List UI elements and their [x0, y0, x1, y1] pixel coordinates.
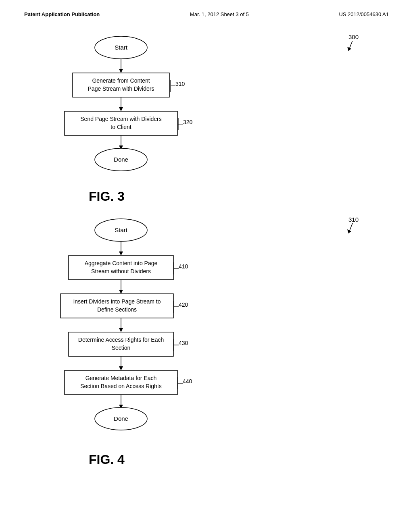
- fig4-wrapper: 310 Start Aggregate Content into Page St…: [32, 212, 381, 467]
- fig3-label: FIG. 3: [89, 189, 381, 204]
- fig4-ref-label: 310: [348, 216, 359, 223]
- fig4-label: FIG. 4: [89, 452, 381, 467]
- fig3-wrapper: 300 Start Generate from Content Page Str…: [32, 29, 381, 204]
- svg-text:Page Stream with Dividers: Page Stream with Dividers: [88, 85, 154, 92]
- svg-text:Start: Start: [115, 44, 128, 51]
- svg-marker-1: [347, 47, 351, 51]
- svg-marker-53: [119, 366, 123, 370]
- svg-text:Aggregate Content into Page: Aggregate Content into Page: [85, 260, 158, 266]
- svg-text:Determine Access Rights for Ea: Determine Access Rights for Each: [78, 337, 164, 343]
- svg-text:Start: Start: [115, 227, 128, 233]
- svg-rect-46: [69, 332, 173, 356]
- svg-text:to Client: to Client: [111, 124, 131, 130]
- page-header: Patent Application Publication Mar. 1, 2…: [0, 0, 413, 17]
- svg-rect-54: [65, 370, 177, 395]
- svg-rect-38: [60, 294, 173, 318]
- fig4-ref: 310: [346, 216, 359, 237]
- fig3-ref-label: 300: [348, 33, 359, 40]
- svg-text:Send Page Stream with Dividers: Send Page Stream with Dividers: [80, 116, 162, 122]
- svg-text:Insert Dividers into Page Stre: Insert Dividers into Page Stream to: [73, 298, 161, 305]
- svg-text:Done: Done: [114, 415, 128, 422]
- header-right: US 2012/0054630 A1: [339, 11, 389, 17]
- fig3-ref: 300: [346, 33, 359, 54]
- fig3-ref-arrow: [346, 41, 359, 53]
- svg-text:320: 320: [183, 119, 193, 125]
- fig3-flowchart: Start Generate from Content Page Stream …: [32, 29, 274, 183]
- svg-text:440: 440: [183, 378, 192, 384]
- svg-marker-13: [119, 107, 123, 111]
- svg-marker-37: [119, 290, 123, 294]
- svg-rect-30: [69, 256, 173, 280]
- header-left: Patent Application Publication: [24, 11, 100, 17]
- fig4-flowchart: Start Aggregate Content into Page Stream…: [32, 212, 274, 446]
- svg-rect-14: [65, 111, 177, 135]
- svg-text:410: 410: [179, 263, 188, 270]
- svg-text:310: 310: [175, 81, 185, 87]
- svg-text:Section: Section: [112, 345, 131, 351]
- svg-marker-45: [119, 328, 123, 332]
- fig4-ref-arrow: [346, 223, 359, 235]
- svg-marker-29: [119, 251, 123, 256]
- diagram-area: 300 Start Generate from Content Page Str…: [0, 17, 413, 467]
- svg-text:420: 420: [179, 301, 188, 308]
- svg-text:Done: Done: [114, 156, 128, 163]
- svg-text:Generate Metadata for Each: Generate Metadata for Each: [86, 375, 157, 381]
- svg-text:Section Based on Access Rights: Section Based on Access Rights: [80, 383, 162, 389]
- svg-text:Generate from Content: Generate from Content: [92, 77, 150, 84]
- svg-rect-6: [73, 73, 169, 97]
- header-center: Mar. 1, 2012 Sheet 3 of 5: [190, 11, 249, 17]
- svg-marker-5: [119, 69, 123, 73]
- svg-text:430: 430: [179, 340, 188, 346]
- svg-text:Stream without Dividers: Stream without Dividers: [91, 268, 151, 274]
- svg-text:Define Sections: Define Sections: [97, 306, 137, 313]
- svg-marker-25: [347, 229, 351, 233]
